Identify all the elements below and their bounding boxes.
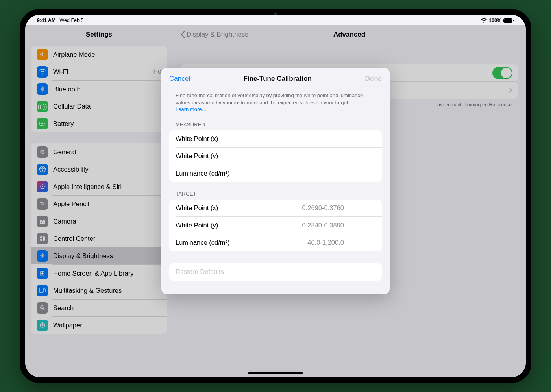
target-section: White Point (x)0.2690-0.3760White Point … (169, 200, 382, 251)
screen: 9:41 AM Wed Feb 5 100% Settings ✈︎Airpla… (25, 15, 526, 377)
field-label: White Point (x) (176, 135, 218, 142)
toggle-switch[interactable] (492, 67, 512, 79)
sidebar-item-wallpaper[interactable]: Wallpaper (31, 316, 167, 334)
modal-title: Fine-Tune Calibration (243, 75, 311, 83)
svg-rect-11 (43, 289, 45, 292)
accessibility-icon (37, 164, 48, 175)
battery-percent: 100% (489, 18, 501, 23)
back-button[interactable]: Display & Brightness (181, 31, 248, 39)
sidebar-item-label: Home Screen & App Library (53, 270, 161, 277)
sidebar-item-label: Wallpaper (53, 322, 161, 329)
svg-point-13 (41, 324, 43, 326)
airplane-mode-icon: ✈︎ (37, 49, 48, 60)
sidebar-item-bluetooth[interactable]: Bluetooth (31, 80, 167, 98)
sidebar-item-label: Accessibility (53, 166, 161, 173)
status-date: Wed Feb 5 (59, 18, 83, 23)
sidebar-item-search[interactable]: 🔍︎Search (31, 299, 167, 316)
wallpaper-icon (37, 320, 48, 331)
learn-more-link[interactable]: Learn more… (176, 106, 207, 112)
target-section-label: Target (161, 182, 390, 200)
svg-point-16 (42, 327, 43, 327)
apple-intelligence-siri-icon (37, 181, 48, 192)
field-white-point-y-[interactable]: White Point (y) (169, 148, 382, 165)
sidebar-group-system: ⚙GeneralAccessibilityApple Intelligence … (31, 143, 167, 334)
status-time: 9:41 AM (37, 18, 55, 23)
field-white-point-x-[interactable]: White Point (x) (169, 130, 382, 148)
sidebar-item-label: Bluetooth (53, 85, 161, 93)
sidebar-item-label: Apple Pencil (53, 200, 161, 208)
sidebar-item-camera[interactable]: 📷︎Camera (31, 213, 167, 230)
sidebar-item-general[interactable]: ⚙General (31, 143, 167, 161)
sidebar-item-wi-fi[interactable]: Wi-FiHo (31, 63, 167, 80)
sidebar-item-battery[interactable]: Battery (31, 115, 167, 132)
multitasking-gestures-icon (37, 285, 48, 296)
display-brightness-icon: ☀ (37, 250, 48, 262)
camera-icon: 📷︎ (37, 216, 48, 227)
field-label: Luminance (cd/m²) (176, 170, 230, 177)
sidebar-item-apple-pencil[interactable]: ✎Apple Pencil (31, 195, 167, 213)
field-white-point-y-[interactable]: White Point (y)0.2840-0.3890 (169, 217, 382, 234)
measured-section: White Point (x)White Point (y)Luminance … (169, 130, 382, 182)
sidebar-item-apple-intelligence-siri[interactable]: Apple Intelligence & Siri (31, 178, 167, 195)
cancel-button[interactable]: Cancel (169, 75, 190, 83)
sidebar-group-connectivity: ✈︎Airplane ModeWi-FiHoBluetooth(( ))Cell… (31, 46, 167, 132)
chevron-left-icon (181, 31, 185, 38)
apple-pencil-icon: ✎ (37, 198, 48, 210)
svg-point-14 (42, 323, 43, 324)
wifi-icon (481, 18, 487, 23)
battery-icon (37, 118, 48, 129)
general-icon: ⚙ (37, 146, 48, 158)
search-icon: 🔍︎ (37, 302, 48, 314)
sidebar-item-multitasking-gestures[interactable]: Multitasking & Gestures (31, 282, 167, 299)
wi-fi-icon (37, 66, 48, 78)
field-label: Luminance (cd/m²) (176, 239, 230, 246)
measured-section-label: Measured (161, 113, 390, 130)
back-label: Display & Brightness (187, 31, 248, 39)
sidebar-item-label: Apple Intelligence & Siri (53, 183, 161, 190)
sidebar-item-label: Battery (53, 120, 161, 128)
sidebar-item-label: Airplane Mode (53, 51, 161, 58)
field-placeholder: 0.2840-0.3890 (302, 222, 344, 229)
fine-tune-modal: Cancel Fine-Tune Calibration Done Fine-t… (161, 68, 390, 294)
sidebar-item-value: Ho (153, 68, 161, 75)
sidebar-item-airplane-mode[interactable]: ✈︎Airplane Mode (31, 46, 167, 63)
sidebar-title: Settings (25, 25, 173, 46)
field-white-point-x-[interactable]: White Point (x)0.2690-0.3760 (169, 200, 382, 217)
sidebar-item-accessibility[interactable]: Accessibility (31, 161, 167, 178)
svg-rect-9 (40, 239, 42, 241)
sidebar-item-label: Camera (53, 218, 161, 225)
home-screen-app-library-icon: ⊞ (37, 268, 48, 279)
field-luminance-cd-m-[interactable]: Luminance (cd/m²)40.0-1,200.0 (169, 234, 382, 251)
sidebar-item-label: Wi-Fi (53, 68, 153, 76)
sidebar-item-cellular-data[interactable]: (( ))Cellular Data (31, 98, 167, 115)
cellular-data-icon: (( )) (37, 101, 48, 112)
done-button[interactable]: Done (365, 75, 382, 83)
field-placeholder: 0.2690-0.3760 (302, 204, 344, 212)
field-label: White Point (y) (176, 152, 218, 160)
field-placeholder: 40.0-1,200.0 (307, 239, 344, 246)
svg-rect-1 (44, 123, 45, 124)
modal-description: Fine-tune the calibration of your displa… (161, 90, 390, 113)
chevron-right-icon (509, 88, 512, 93)
svg-point-17 (40, 325, 41, 325)
restore-defaults-button[interactable]: Restore Defaults (169, 263, 382, 281)
battery-icon (503, 18, 514, 23)
svg-point-4 (42, 167, 43, 168)
sidebar-item-label: Search (53, 304, 161, 312)
svg-rect-2 (41, 123, 43, 124)
svg-point-6 (42, 186, 43, 187)
home-indicator[interactable] (248, 372, 303, 374)
field-label: White Point (x) (176, 204, 218, 212)
svg-rect-8 (43, 236, 45, 241)
field-luminance-cd-m-[interactable]: Luminance (cd/m²) (169, 165, 382, 182)
sidebar-item-label: Multitasking & Gestures (53, 287, 161, 294)
detail-title: Advanced (333, 31, 365, 39)
settings-sidebar: Settings ✈︎Airplane ModeWi-FiHoBluetooth… (25, 25, 173, 377)
status-bar: 9:41 AM Wed Feb 5 100% (25, 15, 526, 25)
sidebar-item-control-center[interactable]: Control Center (31, 230, 167, 247)
sidebar-item-label: Control Center (53, 235, 161, 242)
ipad-frame: 9:41 AM Wed Feb 5 100% Settings ✈︎Airpla… (20, 9, 531, 383)
sidebar-item-home-screen-app-library[interactable]: ⊞Home Screen & App Library (31, 264, 167, 282)
sidebar-item-label: Display & Brightness (53, 252, 161, 260)
sidebar-item-display-brightness[interactable]: ☀Display & Brightness (31, 247, 167, 264)
